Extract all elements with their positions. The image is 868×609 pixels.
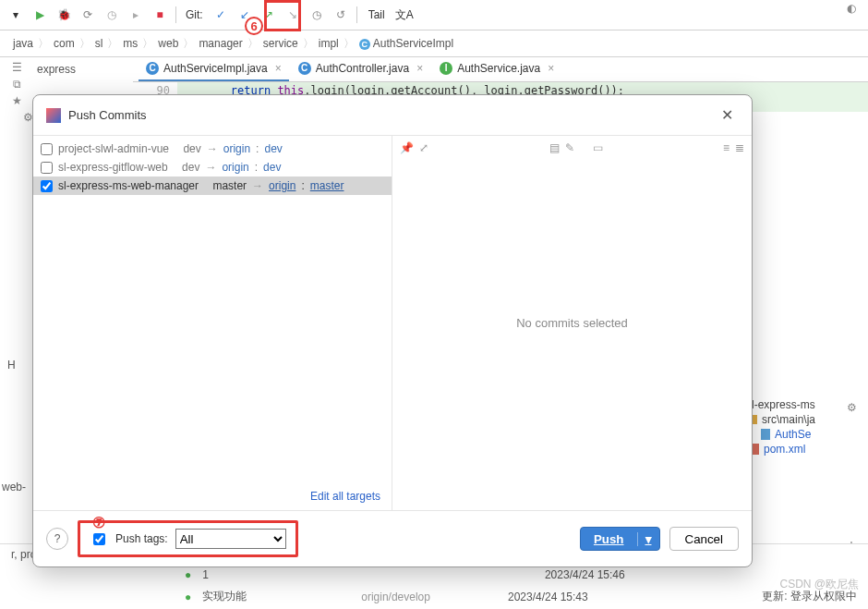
- close-icon[interactable]: ×: [416, 62, 423, 75]
- commits-panel: 📌 ⤢ ▤ ✎ ▭ ≡ ≣ No commits selected: [392, 136, 752, 510]
- dialog-titlebar: Push Commits ✕: [33, 95, 752, 135]
- side-web: web-: [2, 481, 26, 493]
- repo-checkbox[interactable]: [41, 180, 53, 192]
- origin-label: origin/develop: [361, 591, 430, 603]
- crumb-com[interactable]: com: [50, 37, 78, 50]
- stop-icon[interactable]: ■: [150, 5, 170, 25]
- cancel-button[interactable]: Cancel: [669, 527, 740, 551]
- pull-icon[interactable]: ↘: [283, 5, 303, 25]
- no-commits-label: No commits selected: [392, 136, 752, 510]
- editor-tabs: CAuthServiceImpl.java× CAuthController.j…: [133, 57, 868, 82]
- push-button[interactable]: Push▾: [580, 527, 660, 551]
- repo-checkbox[interactable]: [41, 162, 53, 174]
- file-pom[interactable]: pom.xml: [746, 442, 835, 457]
- close-icon[interactable]: ✕: [716, 104, 739, 126]
- left-gutter: ☰ ⧉ ★ ⚙: [0, 57, 33, 124]
- watermark: CSDN @欧尼焦: [779, 577, 859, 592]
- crumb-sl[interactable]: sl: [91, 37, 107, 50]
- repo-checkbox[interactable]: [41, 143, 53, 155]
- commit-count: 1: [202, 568, 209, 581]
- event-icon[interactable]: ⚙: [847, 401, 857, 414]
- coverage-icon[interactable]: ⟳: [78, 5, 98, 25]
- close-icon[interactable]: ×: [548, 62, 554, 75]
- translate-icon[interactable]: 文A: [394, 5, 415, 25]
- repo-item[interactable]: sl-express-gitflow-web dev → origin : de…: [33, 158, 392, 177]
- tab-authcontroller[interactable]: CAuthController.java×: [291, 57, 430, 81]
- right-gutter: ◐ ⚙ ⋮ ◫ ⋮: [835, 2, 868, 593]
- repo-panel: project-slwl-admin-vue dev → origin : de…: [33, 136, 392, 510]
- crumb-java[interactable]: java: [9, 37, 37, 50]
- push-tags-select[interactable]: All: [175, 529, 286, 549]
- tab-authserviceimpl[interactable]: CAuthServiceImpl.java×: [139, 57, 289, 81]
- tab-authservice[interactable]: IAuthService.java×: [432, 57, 561, 81]
- push-tags-checkbox[interactable]: [93, 533, 105, 545]
- crumb-service[interactable]: service: [259, 37, 302, 50]
- side-h: H: [7, 359, 16, 371]
- annotation-7: ⑦: [92, 514, 105, 531]
- push-tags-label: Push tags:: [115, 532, 168, 545]
- tail-label: Tail: [363, 8, 391, 21]
- repo-item-selected[interactable]: sl-express-ms-web-manager master → origi…: [33, 177, 392, 195]
- git-label: Git:: [182, 8, 207, 21]
- chevron-down-icon[interactable]: ▾: [637, 532, 659, 546]
- history-icon[interactable]: ◷: [307, 5, 327, 25]
- project-root[interactable]: sl-express-ms: [746, 397, 835, 412]
- dialog-title: Push Commits: [68, 108, 147, 122]
- crumb-class[interactable]: CAuthServiceImpl: [356, 37, 457, 50]
- help-button[interactable]: ?: [46, 528, 68, 550]
- update-icon[interactable]: ✓: [211, 5, 231, 25]
- crumb-ms[interactable]: ms: [119, 37, 141, 50]
- profile-icon[interactable]: ◷: [102, 5, 122, 25]
- inspect-icon[interactable]: ◐: [847, 2, 856, 15]
- run2-icon[interactable]: ▸: [126, 5, 146, 25]
- close-icon[interactable]: ×: [275, 62, 282, 75]
- main-toolbar: ▾ ▶ 🐞 ⟳ ◷ ▸ ■ Git: ✓ ↙ ↗ ↘ ◷ ↺ Tail 文A: [0, 0, 868, 30]
- changes-panel[interactable]: sl-express-ms src\main\ja AuthSe pom.xml: [746, 397, 835, 457]
- dropdown-icon[interactable]: ▾: [6, 5, 26, 25]
- run-icon[interactable]: ▶: [30, 5, 50, 25]
- file-auth[interactable]: AuthSe: [746, 427, 835, 442]
- src-folder[interactable]: src\main\ja: [746, 412, 835, 427]
- debug-icon[interactable]: 🐞: [54, 5, 74, 25]
- project-icon[interactable]: ☰: [12, 61, 22, 74]
- commit-date2: 2023/4/24 15:43: [508, 591, 588, 603]
- push-commits-dialog: Push Commits ✕ project-slwl-admin-vue de…: [32, 94, 753, 567]
- repo-list[interactable]: project-slwl-admin-vue dev → origin : de…: [33, 136, 392, 482]
- crumb-web[interactable]: web: [154, 37, 182, 50]
- commit-date1: 2023/4/24 15:46: [545, 568, 625, 581]
- push-tags-box: Push tags: All: [78, 520, 298, 557]
- crumb-impl[interactable]: impl: [315, 37, 343, 50]
- edit-all-targets-link[interactable]: Edit all targets: [33, 482, 392, 510]
- rollback-icon[interactable]: ↺: [331, 5, 351, 25]
- commit-msg: 实现功能: [202, 589, 247, 604]
- crumb-manager[interactable]: manager: [195, 37, 246, 50]
- intellij-icon: [46, 108, 61, 123]
- structure-icon[interactable]: ⧉: [13, 78, 21, 91]
- annotation-6: 6: [245, 17, 263, 35]
- breadcrumb: java〉 com〉 sl〉 ms〉 web〉 manager〉 service…: [0, 30, 868, 56]
- favorites-icon[interactable]: ★: [12, 94, 22, 107]
- dialog-footer: ? Push tags: All Push▾ Cancel: [33, 511, 752, 566]
- repo-item[interactable]: project-slwl-admin-vue dev → origin : de…: [33, 140, 392, 158]
